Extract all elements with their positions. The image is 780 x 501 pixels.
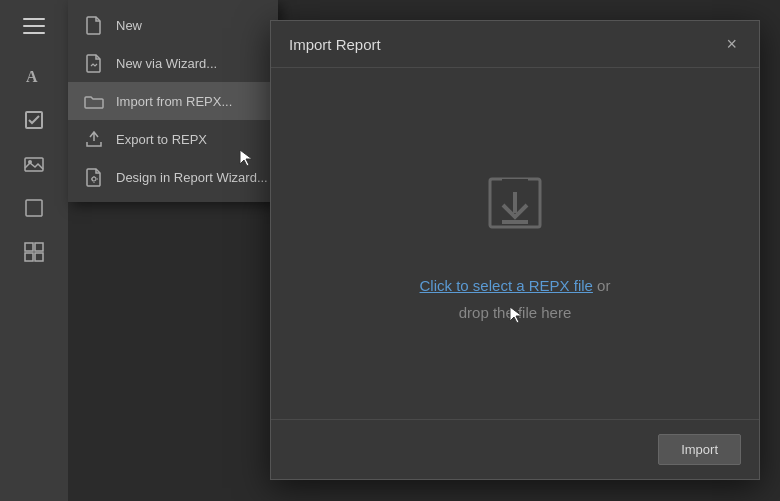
svg-rect-8 xyxy=(35,253,43,261)
drop-zone[interactable]: Click to select a REPX file or drop the … xyxy=(291,88,739,399)
menu-item-new-wizard-label: New via Wizard... xyxy=(116,56,217,71)
hamburger-line xyxy=(23,18,45,20)
new-file-icon xyxy=(84,15,104,35)
import-report-modal: Import Report × xyxy=(270,20,760,480)
drop-zone-text: Click to select a REPX file or drop the … xyxy=(420,272,611,326)
menu-item-import-repx[interactable]: Import from REPX... xyxy=(68,82,278,120)
export-icon xyxy=(84,129,104,149)
sidebar-image-tool[interactable] xyxy=(12,144,56,184)
dropdown-menu: New New via Wizard... Import from REPX..… xyxy=(68,0,278,202)
sidebar-text-tool[interactable]: A xyxy=(12,56,56,96)
sidebar: A xyxy=(0,0,68,501)
menu-item-export-repx-label: Export to REPX xyxy=(116,132,207,147)
sidebar-grid-tool[interactable] xyxy=(12,232,56,272)
menu-item-import-repx-label: Import from REPX... xyxy=(116,94,232,109)
modal-close-button[interactable]: × xyxy=(722,33,741,55)
menu-item-export-repx[interactable]: Export to REPX xyxy=(68,120,278,158)
menu-item-new-label: New xyxy=(116,18,142,33)
svg-text:A: A xyxy=(26,68,38,85)
svg-rect-5 xyxy=(25,243,33,251)
hamburger-line xyxy=(23,32,45,34)
svg-rect-7 xyxy=(25,253,33,261)
download-icon xyxy=(470,162,560,252)
menu-item-design-wizard-label: Design in Report Wizard... xyxy=(116,170,268,185)
menu-item-design-wizard[interactable]: Design in Report Wizard... xyxy=(68,158,278,196)
sidebar-checkbox-tool[interactable] xyxy=(12,100,56,140)
menu-item-new[interactable]: New xyxy=(68,6,278,44)
modal-title: Import Report xyxy=(289,36,381,53)
import-button[interactable]: Import xyxy=(658,434,741,465)
menu-item-new-wizard[interactable]: New via Wizard... xyxy=(68,44,278,82)
hamburger-line xyxy=(23,25,45,27)
modal-footer: Import xyxy=(271,419,759,479)
design-wizard-icon xyxy=(84,167,104,187)
drop-here-text: drop the file here xyxy=(459,304,572,321)
select-file-link[interactable]: Click to select a REPX file xyxy=(420,277,593,294)
svg-point-9 xyxy=(92,177,96,181)
import-folder-icon xyxy=(84,91,104,111)
wizard-icon xyxy=(84,53,104,73)
svg-rect-6 xyxy=(35,243,43,251)
sidebar-shape-tool[interactable] xyxy=(12,188,56,228)
modal-body: Click to select a REPX file or drop the … xyxy=(271,68,759,419)
hamburger-menu-button[interactable] xyxy=(12,8,56,44)
svg-rect-11 xyxy=(502,179,528,182)
or-text: or xyxy=(593,277,611,294)
svg-rect-4 xyxy=(26,200,42,216)
modal-header: Import Report × xyxy=(271,21,759,68)
